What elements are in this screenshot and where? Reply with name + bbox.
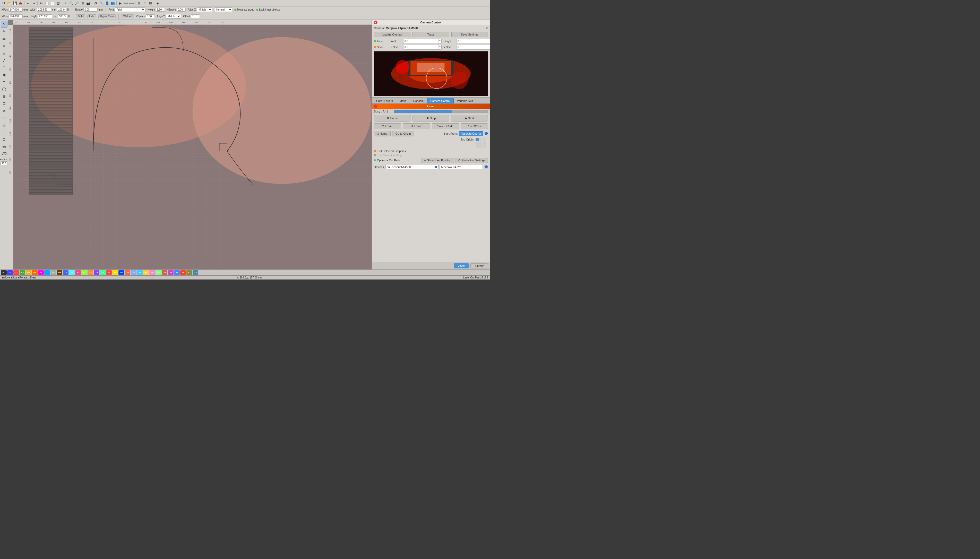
layer-chip-02[interactable]: 02 [13, 270, 19, 275]
y-shift-input[interactable] [457, 45, 490, 49]
normal-select[interactable]: Normal [214, 7, 232, 12]
frame-btn2[interactable]: ↺ Frame [403, 123, 430, 129]
run-gcode-btn[interactable]: Run GCode [461, 123, 488, 129]
layer-chip-T2[interactable]: T2 [193, 270, 198, 275]
eraser-tool[interactable]: ⌫ [1, 150, 7, 157]
settings2-tool[interactable]: ⚙ [1, 136, 7, 143]
layer-chip-T1[interactable]: T1 [186, 270, 192, 275]
cam-width-down[interactable]: ▼ [439, 41, 441, 43]
origin-ml[interactable] [475, 142, 478, 145]
weld-tool[interactable]: ⋈ [1, 143, 7, 150]
pause-btn[interactable]: ⏸ Pause [374, 115, 411, 121]
laser-tab[interactable]: Laser [454, 263, 469, 268]
device-select[interactable]: cu.usbserial-14530 🔵 [386, 165, 438, 169]
arrange-tool[interactable]: ⊞ [1, 93, 7, 99]
play-icon[interactable]: ▶ [118, 0, 123, 6]
canvas-area[interactable]: 130 140 150 160 170 180 190 200 210 220 … [8, 20, 372, 270]
laser-close[interactable] [374, 104, 377, 108]
copy-icon[interactable]: 📋 [44, 0, 50, 6]
upper-case-btn[interactable]: Upper Case [98, 15, 116, 18]
library-tab[interactable]: Library [470, 263, 488, 268]
width-input[interactable] [37, 8, 51, 12]
cam-height-input[interactable] [457, 40, 490, 43]
frame-btn1[interactable]: ⊞ Frame [374, 123, 401, 129]
layer-chip-29[interactable]: 29 [180, 270, 186, 275]
height-pct-input[interactable] [58, 15, 67, 18]
layer-chip-00[interactable]: 00 [1, 270, 7, 275]
layer-chip-16[interactable]: 16 [100, 270, 106, 275]
italic-btn[interactable]: Italic [87, 15, 96, 18]
redo-icon[interactable]: ↪ [31, 0, 36, 6]
user-icon[interactable]: 👤 [104, 0, 110, 6]
tab-camera-control[interactable]: Camera Control [427, 98, 454, 103]
origin-bc[interactable] [479, 145, 482, 148]
layer-chip-12[interactable]: 12 [75, 270, 81, 275]
layer-chip-14[interactable]: 14 [88, 270, 93, 275]
pen-tool[interactable]: ✒ [1, 78, 7, 85]
layer-chip-07[interactable]: 07 [44, 270, 50, 275]
update-overlay-btn[interactable]: Update Overlay [374, 31, 411, 37]
group-tool[interactable]: ⊡ [1, 100, 7, 107]
layer-chip-10[interactable]: 10 [63, 270, 68, 275]
zoom-in-icon[interactable]: 🔍 [69, 0, 74, 6]
origin-tl[interactable] [475, 138, 478, 141]
layer-chip-18[interactable]: 18 [112, 270, 118, 275]
layer-chip-25[interactable]: 25 [156, 270, 161, 275]
layer-chip-11[interactable]: 11 [69, 270, 74, 275]
stop-btn[interactable]: ⏹ Stop [412, 115, 450, 121]
open-icon[interactable]: 📂 [7, 0, 12, 6]
layer-chip-24[interactable]: 24 [149, 270, 155, 275]
layer-chip-01[interactable]: 01 [7, 270, 13, 275]
xpos-input[interactable] [8, 8, 23, 12]
save-gcode-btn[interactable]: Save GCode [432, 123, 459, 129]
settings-icon[interactable]: ⚙ [93, 0, 98, 6]
layer-chip-08[interactable]: 08 [50, 270, 56, 275]
start-btn[interactable]: ▶ Start [451, 115, 488, 121]
polygon-tool[interactable]: △ [1, 50, 7, 56]
device-right[interactable]: Mecpow X4 Pro [440, 165, 483, 169]
radius-input[interactable] [0, 161, 8, 165]
trace-btn[interactable]: Trace [412, 31, 449, 37]
node-icon[interactable]: ◈ [155, 0, 161, 6]
layer-chip-23[interactable]: 23 [143, 270, 149, 275]
layer-chip-28[interactable]: 28 [174, 270, 180, 275]
cut-icon[interactable]: ✂ [39, 0, 44, 6]
x-shift-up[interactable]: ▲ [439, 45, 441, 47]
ellipse-tool[interactable]: ○ [1, 43, 7, 49]
layer-chip-26[interactable]: 26 [162, 270, 167, 275]
tab-variable-text[interactable]: Variable Text [454, 98, 477, 103]
cam-width-input[interactable] [404, 40, 438, 43]
hspace-input[interactable] [177, 8, 185, 12]
layer-chip-05[interactable]: 05 [32, 270, 38, 275]
layer-chip-17[interactable]: 17 [106, 270, 112, 275]
rect-tool[interactable]: ▭ [1, 35, 7, 42]
layer-chip-27[interactable]: 27 [168, 270, 174, 275]
layer-chip-21[interactable]: 21 [131, 270, 136, 275]
origin-br[interactable] [483, 145, 486, 148]
vspace-input[interactable] [146, 15, 155, 18]
zoom-fit-icon[interactable]: ⊞ [80, 0, 85, 6]
offset-tool[interactable]: ⊟ [1, 122, 7, 129]
width-pct-input[interactable] [57, 8, 66, 12]
layer-chip-15[interactable]: 15 [94, 270, 99, 275]
boolean-tool[interactable]: ⊕ [1, 114, 7, 121]
tools-icon[interactable]: 🔧 [99, 0, 104, 6]
dots-tool[interactable]: ⠿ [1, 129, 7, 136]
paste-icon[interactable]: 📄 [50, 0, 55, 6]
distribute-icon[interactable]: ⊟ [148, 0, 153, 6]
height2-input[interactable] [156, 8, 165, 12]
save-settings-btn[interactable]: Save Settings [451, 31, 488, 37]
layer-chip-09[interactable]: 09 [57, 270, 62, 275]
grid-icon[interactable]: ⊞ [136, 0, 142, 6]
go-to-origin-btn[interactable]: Go to Origin [392, 131, 414, 136]
camera-icon[interactable]: 📷 [86, 0, 91, 6]
flip-v-icon[interactable]: ⟻ [129, 0, 134, 6]
height-input[interactable] [38, 15, 52, 18]
layer-chip-20[interactable]: 20 [125, 270, 130, 275]
camera-settings-icon[interactable]: ⚙ [485, 26, 488, 30]
tab-cuts-layers[interactable]: Cuts / Layers [373, 98, 396, 103]
layer-chip-04[interactable]: 04 [26, 270, 31, 275]
align-x-select[interactable]: Middle [197, 7, 212, 12]
place-tool[interactable]: ◉ [1, 71, 7, 78]
ypos-input[interactable] [8, 15, 23, 18]
